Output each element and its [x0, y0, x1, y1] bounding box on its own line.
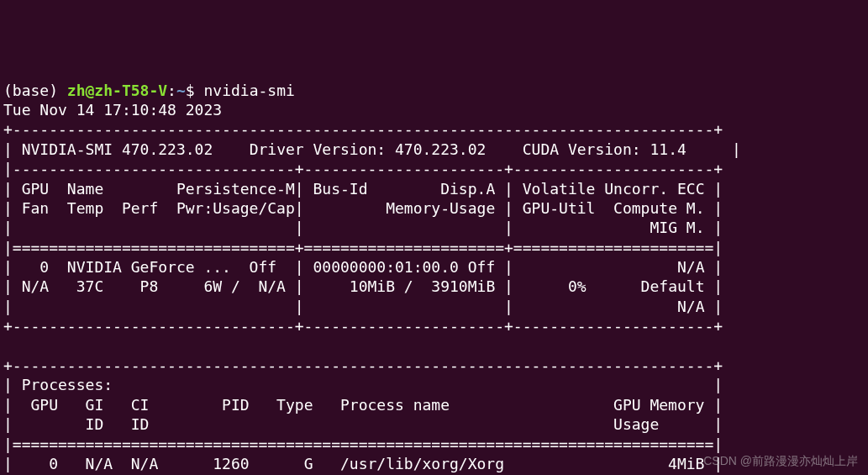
col-util: GPU-Util Compute M.	[513, 199, 713, 217]
process-row-1: | 0 N/A N/A 1260 G /usr/lib/xorg/Xorg 4M…	[3, 455, 723, 472]
cwd-path: ~	[176, 82, 186, 99]
watermark: CSDN @前路漫漫亦灿灿上岸	[703, 453, 858, 468]
smi-version: NVIDIA-SMI 470.223.02	[22, 140, 213, 158]
processes-title-row: | Processes: |	[3, 376, 723, 393]
gpu-blank2	[304, 298, 504, 315]
timestamp-line: Tue Nov 14 17:10:48 2023	[3, 101, 222, 119]
col-fan-temp: Fan Temp Perf Pwr:Usage/Cap	[13, 199, 295, 217]
col-busid: Bus-Id Disp.A	[304, 180, 504, 198]
border-bot3: +-------------------------------+-------…	[3, 317, 723, 335]
gpu-util: 0% Default	[513, 277, 713, 295]
gpu-row1: | 0 NVIDIA GeForce ... Off | 00000000:01…	[3, 258, 723, 276]
user-host: zh@zh-T58-V	[67, 82, 167, 99]
header-row: | NVIDIA-SMI 470.223.02 Driver Version: …	[3, 140, 741, 158]
conda-env: (base)	[3, 82, 67, 99]
gpu-busid: 00000000:01:00.0 Off	[304, 258, 504, 276]
gpu-ecc: N/A	[513, 258, 713, 276]
colon: :	[167, 82, 176, 99]
proc-header1: GPU GI CI PID Type Process name GPU Memo…	[13, 396, 713, 414]
proc1: 0 N/A N/A 1260 G /usr/lib/xorg/Xorg 4MiB	[13, 455, 713, 472]
col-header-row1: | GPU Name Persistence-M| Bus-Id Disp.A …	[3, 180, 723, 198]
gpu-blank1	[13, 298, 295, 315]
gpu-id-name: 0 NVIDIA GeForce ... Off	[13, 258, 295, 276]
gpu-memory: 10MiB / 3910MiB	[304, 277, 504, 295]
col-blank1	[13, 219, 295, 236]
gpu-row3: | | | N/A |	[3, 298, 723, 315]
col-header-row3: | | | MIG M. |	[3, 219, 723, 236]
gpu-row2: | N/A 37C P8 6W / N/A | 10MiB / 3910MiB …	[3, 277, 723, 295]
command-input[interactable]: nvidia-smi	[203, 82, 294, 99]
shell-prompt[interactable]: (base) zh@zh-T58-V:~$ nvidia-smi	[3, 82, 295, 99]
border-top: +---------------------------------------…	[3, 120, 723, 138]
border-eq1: |=======================================…	[3, 435, 723, 453]
col-ecc: Volatile Uncorr. ECC	[513, 180, 713, 198]
border-eq3: |===============================+=======…	[3, 239, 723, 256]
col-blank2	[304, 219, 504, 236]
proc-header2: ID ID Usage	[13, 415, 713, 433]
prompt-symbol: $	[186, 82, 204, 99]
driver-version: Driver Version: 470.223.02	[250, 140, 487, 158]
cuda-version: CUDA Version: 11.4	[523, 140, 687, 158]
gpu-fan-temp: N/A 37C P8 6W / N/A	[13, 277, 295, 295]
col-gpu-name: GPU Name Persistence-M	[13, 180, 295, 198]
border-mid: |-------------------------------+-------…	[3, 160, 723, 177]
col-mig: MIG M.	[513, 219, 713, 236]
gpu-mig: N/A	[513, 298, 713, 315]
col-memory: Memory-Usage	[304, 199, 504, 217]
blank-line	[3, 337, 723, 355]
border-top2: +---------------------------------------…	[3, 356, 723, 374]
proc-header-row1: | GPU GI CI PID Type Process name GPU Me…	[3, 396, 723, 414]
processes-title: Processes:	[13, 376, 113, 393]
proc-header-row2: | ID ID Usage |	[3, 415, 723, 433]
col-header-row2: | Fan Temp Perf Pwr:Usage/Cap| Memory-Us…	[3, 199, 723, 217]
